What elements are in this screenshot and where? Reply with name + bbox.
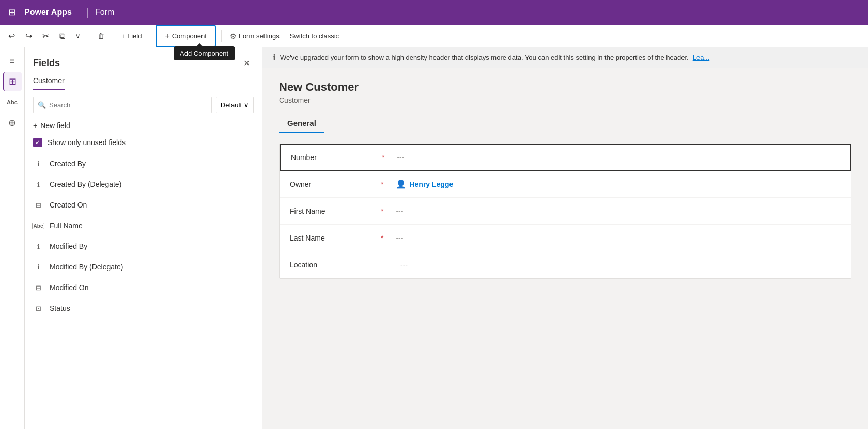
info-link[interactable]: Lea... [693, 54, 710, 61]
required-indicator: * [381, 207, 383, 215]
form-field-label: Owner [290, 180, 373, 188]
add-field-button[interactable]: + Field [117, 28, 146, 44]
close-fields-button[interactable]: ✕ [239, 56, 254, 70]
form-settings-button[interactable]: ⚙ Form settings [226, 28, 284, 44]
info-icon: ℹ [273, 53, 276, 62]
form-tab-bar: General [279, 115, 851, 133]
left-nav: ≡ ⊞ Abc ⊕ [0, 47, 25, 429]
field-item-modified-by-delegate[interactable]: ℹ Modified By (Delegate) [25, 257, 262, 277]
field-icon-created-by: ℹ [33, 158, 43, 169]
switch-classic-button[interactable]: Switch to classic [286, 28, 343, 44]
redo-icon: ↪ [25, 31, 32, 41]
field-value: --- [400, 261, 841, 269]
form-row-number[interactable]: Number * --- [280, 144, 851, 171]
copy-icon: ⧉ [59, 31, 65, 41]
required-indicator: * [381, 180, 383, 188]
new-field-row[interactable]: + New field [25, 119, 262, 134]
field-icon-modified-by-delegate: ℹ [33, 262, 43, 272]
add-component-button[interactable]: + Component [159, 28, 213, 44]
field-item-created-on[interactable]: ⊟ Created On [25, 195, 262, 215]
nav-menu-button[interactable]: ≡ [3, 52, 22, 70]
switch-classic-label: Switch to classic [290, 32, 339, 40]
plus-icon: + [33, 121, 37, 130]
search-row: 🔍 Default ∨ [25, 90, 262, 119]
form-row-location[interactable]: Location --- [280, 251, 851, 278]
toolbar: ↩ ↪ ✂ ⧉ ∨ 🗑 + Field + Component Add Comp… [0, 25, 868, 47]
field-icon-full-name: Abc [33, 220, 43, 231]
owner-icon: 👤 [396, 179, 406, 189]
show-unused-label: Show only unused fields [48, 138, 126, 147]
cut-button[interactable]: ✂ [38, 28, 53, 44]
form-content: New Customer Customer General Number * -… [262, 68, 868, 291]
title-separator: | [86, 7, 89, 19]
field-item-created-by[interactable]: ℹ Created By [25, 153, 262, 174]
nav-layers-button[interactable]: ⊕ [3, 114, 22, 132]
field-item-full-name[interactable]: Abc Full Name [25, 215, 262, 236]
dropdown-label: Default [221, 101, 242, 109]
close-icon: ✕ [243, 58, 250, 68]
field-label-created-on: Created On [50, 201, 87, 209]
field-label-created-by: Created By [50, 160, 86, 168]
nav-text-icon: Abc [7, 99, 18, 105]
field-item-modified-on[interactable]: ⊟ Modified On [25, 277, 262, 298]
form-area: ℹ We've upgraded your form to show a hig… [262, 47, 868, 429]
cut-icon: ✂ [42, 31, 49, 41]
field-item-created-by-delegate[interactable]: ℹ Created By (Delegate) [25, 174, 262, 195]
form-row-last-name[interactable]: Last Name * --- [280, 225, 851, 251]
form-row-first-name[interactable]: First Name * --- [280, 198, 851, 225]
delete-button[interactable]: 🗑 [94, 28, 109, 44]
search-box: 🔍 [33, 97, 212, 113]
dropdown-button[interactable]: ∨ [71, 28, 85, 44]
show-unused-row[interactable]: ✓ Show only unused fields [25, 134, 262, 151]
form-field-label: First Name [290, 207, 373, 215]
page-title: Form [95, 8, 114, 17]
field-icon-created-on: ⊟ [33, 200, 43, 210]
undo-icon: ↩ [8, 31, 15, 41]
nav-grid-button[interactable]: ⊞ [3, 72, 22, 91]
component-label: Component [172, 32, 207, 40]
search-input[interactable] [49, 101, 207, 109]
info-banner: ℹ We've upgraded your form to show a hig… [262, 47, 868, 68]
nav-text-button[interactable]: Abc [3, 93, 22, 112]
field-label-created-by-delegate: Created By (Delegate) [50, 180, 121, 188]
search-icon: 🔍 [38, 101, 46, 109]
fields-list: ℹ Created By ℹ Created By (Delegate) ⊟ C… [25, 151, 262, 429]
checkmark-icon: ✓ [35, 139, 40, 146]
main-layout: Fields ✕ Customer 🔍 Default ∨ + New fiel… [25, 47, 868, 429]
form-field-label: Number [291, 153, 374, 162]
fields-panel: Fields ✕ Customer 🔍 Default ∨ + New fiel… [25, 47, 262, 429]
fields-tab-label: Customer [33, 76, 65, 90]
field-item-status[interactable]: ⊡ Status [25, 298, 262, 319]
info-text: We've upgraded your form to show a high … [280, 54, 689, 61]
plus-field-icon: + Field [121, 32, 142, 40]
form-settings-label: Form settings [239, 32, 280, 40]
owner-value: 👤 Henry Legge [396, 179, 453, 189]
field-item-modified-by[interactable]: ℹ Modified By [25, 236, 262, 257]
copy-button[interactable]: ⧉ [55, 28, 69, 44]
redo-button[interactable]: ↪ [21, 28, 36, 44]
fields-tab[interactable]: Customer [25, 70, 262, 90]
field-value: --- [396, 207, 841, 215]
chevron-down-icon: ∨ [75, 32, 81, 40]
field-icon-modified-by: ℹ [33, 241, 43, 251]
form-field-label: Location [290, 261, 373, 269]
delete-icon: 🗑 [98, 32, 104, 40]
toolbar-divider-4 [221, 30, 222, 42]
field-label-modified-on: Modified On [50, 283, 88, 292]
field-icon-modified-on: ⊟ [33, 282, 43, 293]
add-component-tooltip: Add Component [174, 46, 235, 60]
component-plus-icon: + [165, 31, 169, 41]
fields-panel-title: Fields [33, 58, 60, 69]
form-tab-general[interactable]: General [279, 115, 324, 133]
topbar: ⊞ Power Apps | Form [0, 0, 868, 25]
form-row-owner[interactable]: Owner * 👤 Henry Legge [280, 171, 851, 198]
filter-dropdown[interactable]: Default ∨ [216, 97, 254, 113]
toolbar-divider [89, 30, 89, 42]
field-icon-status: ⊡ [33, 303, 43, 313]
show-unused-checkbox[interactable]: ✓ [33, 138, 42, 147]
chevron-down-icon: ∨ [244, 101, 249, 109]
toolbar-divider-2 [113, 30, 113, 42]
form-settings-icon: ⚙ [230, 32, 237, 40]
undo-button[interactable]: ↩ [4, 28, 19, 44]
toolbar-divider-3 [150, 30, 150, 42]
